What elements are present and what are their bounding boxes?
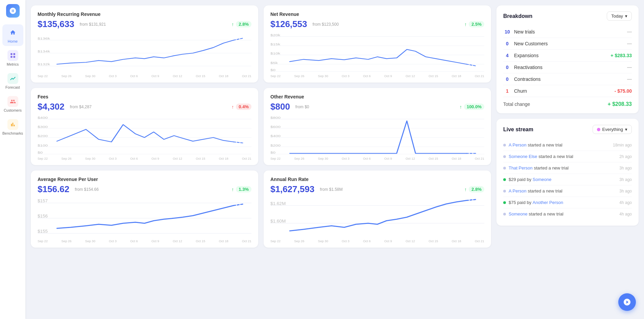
- chevron-down-icon-2: ▾: [625, 127, 627, 132]
- breakdown-num-2: 4: [503, 53, 511, 58]
- ls-item-6: Someone started a new trial 4h ago: [503, 208, 632, 220]
- ls-item-4: A Person started a new trial 3h ago: [503, 185, 632, 197]
- svg-rect-1: [13, 53, 15, 55]
- total-value: + $208.33: [607, 101, 632, 107]
- everything-dot: [597, 128, 600, 131]
- svg-text:$200: $200: [38, 134, 48, 138]
- sidebar-item-metrics[interactable]: Metrics: [2, 47, 23, 69]
- sidebar-label-metrics: Metrics: [7, 62, 19, 66]
- breakdown-num-1: 0: [503, 41, 511, 46]
- ls-text-6: Someone started a new trial: [509, 211, 617, 217]
- ls-link-5[interactable]: Another Person: [533, 200, 563, 205]
- card-net-revenue-badge: 2.5%: [469, 21, 484, 27]
- sidebar-label-home: Home: [8, 39, 18, 43]
- svg-text:$1.60M: $1.60M: [270, 219, 286, 224]
- breakdown-row-5: 1 Churn - $75.00: [503, 85, 632, 97]
- breakdown-num-3: 0: [503, 65, 511, 70]
- breakdown-dropdown[interactable]: Today ▾: [607, 12, 632, 21]
- sidebar-item-home[interactable]: Home: [2, 24, 23, 46]
- card-arpu: Average Revenue Per User $156.62 from $1…: [31, 170, 258, 248]
- breakdown-row-4: 0 Contractions —: [503, 73, 632, 85]
- ls-dot-2: [503, 167, 506, 169]
- card-arr-title: Annual Run Rate: [270, 177, 484, 182]
- card-net-revenue: Net Revenue $126,553 from $123,500 ↑ 2.5…: [264, 5, 491, 83]
- card-arpu-title: Average Revenue Per User: [38, 177, 251, 182]
- chart-arr-xlabels: Sep 22Sep 26Sep 30 Oct 3Oct 6Oct 9 Oct 1…: [270, 239, 484, 243]
- card-fees-value: $4,302: [38, 101, 65, 112]
- breakdown-dropdown-label: Today: [611, 14, 623, 19]
- right-panel: Breakdown Today ▾ 10 New trials — 0 New …: [496, 5, 639, 314]
- ls-time-4: 3h ago: [619, 189, 632, 193]
- card-net-revenue-title: Net Revenue: [270, 12, 484, 17]
- svg-text:$134k: $134k: [38, 49, 50, 53]
- breakdown-value-4: —: [627, 76, 632, 82]
- ls-dot-4: [503, 190, 506, 192]
- card-other-revenue-title: Other Revenue: [270, 94, 484, 99]
- fab-button[interactable]: [618, 293, 636, 311]
- ls-time-0: 18min ago: [613, 143, 632, 147]
- breakdown-total-row: Total change + $208.33: [503, 98, 632, 107]
- breakdown-num-4: 0: [503, 76, 511, 82]
- breakdown-label-3: Reactivations: [514, 65, 627, 70]
- sidebar-item-forecast[interactable]: Forecast: [2, 70, 23, 92]
- card-mrr: Monthly Recurring Revenue $135,633 from …: [31, 5, 258, 83]
- breakdown-header: Breakdown Today ▾: [503, 12, 632, 21]
- ls-link-0[interactable]: A Person: [509, 142, 527, 147]
- card-mrr-from: from $131,921: [80, 22, 106, 27]
- ls-text-0: A Person started a new trial: [509, 142, 610, 147]
- livestream-title: Live stream: [503, 127, 533, 133]
- card-arr: Annual Run Rate $1,627,593 from $1.58M ↑…: [264, 170, 491, 248]
- svg-text:$100: $100: [38, 143, 48, 147]
- ls-link-4[interactable]: A Person: [509, 188, 527, 193]
- card-other-revenue-from: from $0: [295, 105, 309, 109]
- sidebar-item-benchmarks[interactable]: Benchmarks: [2, 116, 23, 138]
- ls-text-3: $29 paid by Someone: [509, 177, 617, 182]
- card-arr-value: $1,627,593: [270, 184, 314, 195]
- sidebar-label-forecast: Forecast: [5, 85, 20, 89]
- ls-item-2: That Person started a new trial 3h ago: [503, 162, 632, 174]
- livestream-dropdown[interactable]: Everything ▾: [593, 125, 632, 134]
- card-arpu-value: $156.62: [38, 184, 69, 195]
- ls-text-1: Someone Else started a new trial: [509, 154, 617, 159]
- svg-rect-2: [10, 56, 12, 58]
- ls-link-6[interactable]: Someone: [509, 211, 528, 217]
- breakdown-label-5: Churn: [514, 88, 615, 94]
- charts-grid: Monthly Recurring Revenue $135,633 from …: [31, 5, 491, 314]
- ls-item-3: $29 paid by Someone 3h ago: [503, 174, 632, 185]
- chart-net-revenue-xlabels: Sep 22Sep 26Sep 30 Oct 3Oct 6Oct 9 Oct 1…: [270, 74, 484, 78]
- ls-dot-5: [503, 201, 506, 204]
- breakdown-value-0: —: [627, 29, 632, 35]
- chart-other-revenue: $800 $600 $400 $200 $0: [270, 115, 484, 156]
- ls-dot-1: [503, 155, 506, 158]
- ls-item-1: Someone Else started a new trial 2h ago: [503, 151, 632, 162]
- breakdown-value-3: —: [627, 65, 632, 70]
- card-arpu-from: from $154.66: [75, 187, 99, 192]
- svg-text:$400: $400: [38, 116, 48, 120]
- chart-arr: $1.62M $1.60M: [270, 198, 484, 238]
- card-net-revenue-value: $126,553: [270, 19, 307, 29]
- chart-net-revenue: $20k $15k $10k $5k $0: [270, 33, 484, 73]
- ls-link-2[interactable]: That Person: [509, 165, 533, 170]
- ls-time-5: 4h ago: [619, 200, 632, 205]
- svg-text:$156: $156: [38, 214, 48, 219]
- ls-dot-3: [503, 178, 506, 181]
- svg-text:$5k: $5k: [270, 61, 278, 65]
- breakdown-value-1: —: [627, 41, 632, 46]
- card-net-revenue-from: from $123,500: [312, 22, 338, 27]
- chart-arpu: $157 $156 $155: [38, 198, 251, 238]
- svg-text:$132k: $132k: [38, 62, 50, 66]
- breakdown-row-0: 10 New trials —: [503, 26, 632, 38]
- breakdown-num-0: 10: [503, 29, 511, 35]
- total-label: Total change: [503, 101, 530, 107]
- ls-dot-6: [503, 213, 506, 215]
- breakdown-row-1: 0 New Customers —: [503, 38, 632, 50]
- breakdown-row-2: 4 Expansions + $283.33: [503, 50, 632, 62]
- breakdown-value-5: - $75.00: [615, 88, 632, 94]
- ls-link-1[interactable]: Someone Else: [509, 154, 537, 159]
- ls-link-3[interactable]: Someone: [533, 177, 552, 182]
- chart-mrr: $136k $134k $132k: [38, 33, 251, 73]
- app-logo[interactable]: [6, 4, 20, 18]
- svg-text:$600: $600: [270, 125, 281, 129]
- sidebar-item-customers[interactable]: Customers: [2, 93, 23, 115]
- ls-time-6: 4h ago: [619, 212, 632, 217]
